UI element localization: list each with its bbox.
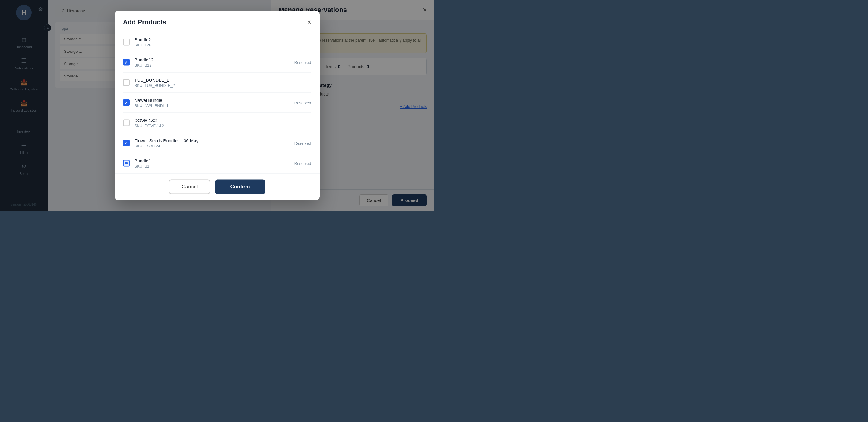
product-reserved-bundle1: Reserved: [294, 161, 311, 165]
product-sku-dove: SKU: DOVE-1&2: [134, 124, 311, 128]
product-item-flower: Flower Seeds Bundles - 06 May SKU: FSB06…: [123, 133, 311, 154]
product-name-bundle1: Bundle1: [134, 158, 289, 163]
product-sku-tus-bundle: SKU: TUS_BUNDLE_2: [134, 83, 311, 88]
add-products-modal: Add Products × Bundle2 SKU: 12B Bundle12…: [115, 11, 320, 200]
product-item-dove: DOVE-1&2 SKU: DOVE-1&2: [123, 113, 311, 133]
product-info-nawel: Nawel Bundle SKU: NWL-BNDL-1: [134, 98, 289, 108]
product-checkbox-tus-bundle[interactable]: [123, 79, 130, 86]
modal-title: Add Products: [123, 19, 166, 26]
product-item-bundle2: Bundle2 SKU: 12B: [123, 32, 311, 53]
product-reserved-flower: Reserved: [294, 141, 311, 145]
product-name-dove: DOVE-1&2: [134, 118, 311, 123]
modal-cancel-button[interactable]: Cancel: [169, 180, 210, 194]
product-info-tus-bundle: TUS_BUNDLE_2 SKU: TUS_BUNDLE_2: [134, 77, 311, 88]
modal-footer: Cancel Confirm: [115, 173, 320, 200]
product-checkbox-bundle2[interactable]: [123, 39, 130, 45]
product-reserved-bundle12: Reserved: [294, 60, 311, 65]
product-checkbox-bundle1[interactable]: [123, 160, 130, 167]
product-name-bundle2: Bundle2: [134, 37, 311, 42]
product-checkbox-nawel[interactable]: [123, 99, 130, 106]
product-name-bundle12: Bundle12: [134, 57, 289, 62]
product-item-tus-bundle: TUS_BUNDLE_2 SKU: TUS_BUNDLE_2: [123, 73, 311, 93]
product-name-tus-bundle: TUS_BUNDLE_2: [134, 77, 311, 83]
product-reserved-nawel: Reserved: [294, 100, 311, 105]
modal-confirm-button[interactable]: Confirm: [215, 180, 265, 194]
modal-body: Bundle2 SKU: 12B Bundle12 SKU: B12 Reser…: [115, 32, 320, 173]
svg-rect-0: [125, 162, 128, 163]
product-sku-bundle2: SKU: 12B: [134, 43, 311, 47]
product-name-flower: Flower Seeds Bundles - 06 May: [134, 138, 289, 143]
product-sku-bundle12: SKU: B12: [134, 63, 289, 67]
product-info-bundle2: Bundle2 SKU: 12B: [134, 37, 311, 47]
product-info-dove: DOVE-1&2 SKU: DOVE-1&2: [134, 118, 311, 128]
modal-header: Add Products ×: [115, 11, 320, 32]
partial-check-icon: [124, 161, 128, 165]
modal-close-button[interactable]: ×: [307, 19, 311, 26]
product-checkbox-bundle12[interactable]: [123, 59, 130, 66]
product-item-bundle12: Bundle12 SKU: B12 Reserved: [123, 53, 311, 73]
product-info-bundle12: Bundle12 SKU: B12: [134, 57, 289, 67]
product-checkbox-dove[interactable]: [123, 120, 130, 126]
product-item-bundle1: Bundle1 SKU: B1 Reserved: [123, 154, 311, 173]
product-sku-flower: SKU: FSB06M: [134, 144, 289, 148]
product-sku-bundle1: SKU: B1: [134, 164, 289, 168]
product-sku-nawel: SKU: NWL-BNDL-1: [134, 103, 289, 108]
product-name-nawel: Nawel Bundle: [134, 98, 289, 103]
product-checkbox-flower[interactable]: [123, 140, 130, 147]
product-item-nawel: Nawel Bundle SKU: NWL-BNDL-1 Reserved: [123, 93, 311, 113]
product-info-bundle1: Bundle1 SKU: B1: [134, 158, 289, 168]
product-info-flower: Flower Seeds Bundles - 06 May SKU: FSB06…: [134, 138, 289, 148]
